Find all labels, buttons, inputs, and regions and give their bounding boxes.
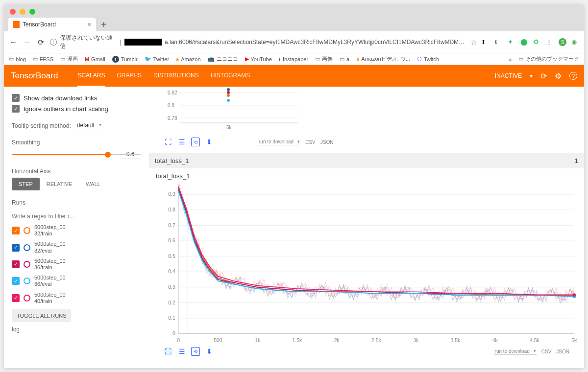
- bookmark-item[interactable]: 🐦Twitter: [145, 56, 169, 62]
- maximize-window[interactable]: [29, 9, 35, 15]
- toggle-all-runs-button[interactable]: TOGGLE ALL RUNS: [12, 309, 71, 322]
- tab-graphs[interactable]: GRAPHS: [117, 65, 142, 87]
- download-icon[interactable]: ⬇: [205, 347, 214, 356]
- main-panel: 0.82 0.8 0.78 5k: [149, 87, 584, 368]
- bookmark-item[interactable]: ▭漫画: [60, 55, 78, 63]
- bookmark-item[interactable]: ▭blog: [9, 56, 26, 62]
- status-dropdown-icon[interactable]: ▾: [530, 72, 533, 79]
- tab-distributions[interactable]: DISTRIBUTIONS: [153, 65, 199, 87]
- bookmark-item[interactable]: ▭FFSS: [33, 56, 53, 62]
- ext-icon-3[interactable]: S: [559, 38, 566, 46]
- smoothing-slider[interactable]: [12, 154, 111, 155]
- show-download-checkbox[interactable]: ✓: [12, 94, 20, 102]
- close-window[interactable]: [10, 9, 16, 15]
- ignore-outliers-label: Ignore outliers in chart scaling: [24, 105, 108, 113]
- address-bar[interactable]: i 保護されていない通信 | a.lan:6006/#scalars&runSe…: [50, 34, 466, 50]
- tab-scalars[interactable]: SCALARS: [77, 65, 105, 87]
- other-bookmarks[interactable]: ▭その他のブックマーク: [518, 55, 579, 63]
- json-link[interactable]: JSON: [320, 140, 334, 145]
- json-link[interactable]: JSON: [556, 349, 569, 354]
- run-checkbox[interactable]: ✓: [12, 227, 20, 234]
- axis-wall-button[interactable]: WALL: [79, 178, 107, 190]
- svg-text:2.5k: 2.5k: [371, 337, 382, 343]
- bookmark-item[interactable]: ▭画像: [315, 55, 333, 63]
- bookmark-item[interactable]: aAmazon: [176, 56, 200, 62]
- menu-icon[interactable]: ⋮: [546, 38, 554, 46]
- run-checkbox[interactable]: ✓: [12, 294, 20, 302]
- run-name: 5000step_0032/train: [34, 224, 66, 237]
- instapaper-ext-icon[interactable]: I: [482, 38, 490, 46]
- ext-icon-2[interactable]: ♻: [533, 38, 541, 46]
- forward-button[interactable]: →: [23, 38, 31, 46]
- bookmark-item[interactable]: MGmail: [85, 56, 105, 62]
- tensorboard-header: TensorBoard SCALARS GRAPHS DISTRIBUTIONS…: [4, 65, 584, 87]
- amazon-icon: a: [176, 56, 179, 62]
- reload-button[interactable]: ⟳: [36, 38, 45, 46]
- run-row: ✓ 5000step_0032/eval: [12, 239, 141, 256]
- tag-header[interactable]: total_loss_1 1: [149, 153, 584, 168]
- axis-relative-button[interactable]: RELATIVE: [40, 178, 79, 190]
- bookmark-star-icon[interactable]: ☆: [470, 38, 477, 47]
- svg-point-7: [227, 99, 230, 102]
- slider-thumb[interactable]: [105, 152, 111, 158]
- evernote-ext-icon[interactable]: ✦: [508, 38, 515, 46]
- download-icon[interactable]: ⬇: [205, 138, 214, 146]
- tensorboard-favicon: [13, 21, 20, 28]
- reset-zoom-icon[interactable]: ⟲: [191, 138, 200, 146]
- site-info-icon[interactable]: i: [50, 39, 57, 46]
- niconico-icon: 📺: [208, 56, 215, 62]
- run-download-select[interactable]: run to download: [494, 348, 537, 355]
- list-icon[interactable]: ☰: [177, 347, 186, 356]
- reset-zoom-icon[interactable]: ⟲: [191, 347, 200, 356]
- bookmark-item[interactable]: aAmazonビデオ: ウ...: [356, 55, 410, 63]
- extension-icons: I t ✦ ⬤ ♻ ⋮ S ◉: [482, 38, 579, 46]
- run-row: ✓ 5000step_0040/train: [12, 290, 141, 306]
- expand-icon[interactable]: ⛶: [164, 347, 172, 356]
- csv-link[interactable]: CSV: [305, 140, 316, 145]
- run-color-swatch: [24, 261, 30, 268]
- ignore-outliers-checkbox[interactable]: ✓: [12, 105, 20, 113]
- expand-icon[interactable]: ⛶: [164, 138, 172, 146]
- tumblr-ext-icon[interactable]: t: [495, 38, 503, 46]
- browser-tab[interactable]: TensorBoard ×: [8, 18, 96, 31]
- bookmark-item[interactable]: IInstapaper: [279, 56, 308, 62]
- new-tab-button[interactable]: +: [96, 19, 112, 30]
- back-button[interactable]: ←: [9, 38, 18, 46]
- bookmark-item[interactable]: tTumblr: [112, 56, 138, 63]
- ext-icon-1[interactable]: ⬤: [520, 38, 528, 46]
- minimize-window[interactable]: [20, 9, 25, 15]
- csv-link[interactable]: CSV: [541, 349, 552, 354]
- svg-text:0.2: 0.2: [168, 300, 175, 305]
- settings-gear-icon[interactable]: ⚙: [555, 71, 562, 81]
- svg-text:0.8: 0.8: [168, 207, 175, 212]
- runs-filter-input[interactable]: [12, 211, 85, 222]
- svg-text:4k: 4k: [492, 337, 498, 343]
- help-icon[interactable]: ?: [569, 72, 577, 80]
- svg-text:0.7: 0.7: [168, 222, 175, 228]
- bookmark-item[interactable]: ▭a: [340, 56, 349, 62]
- total-loss-chart[interactable]: 0.90.80.70.60.50.40.30.20.1005001k1.5k2k…: [156, 184, 577, 345]
- close-tab-icon[interactable]: ×: [87, 21, 91, 28]
- log-label: log: [12, 326, 141, 333]
- bookmark-item[interactable]: ⬡Twitch: [417, 56, 439, 62]
- run-download-select[interactable]: run to download: [258, 139, 300, 145]
- svg-point-4: [227, 88, 230, 91]
- refresh-icon[interactable]: ⟳: [540, 71, 547, 81]
- bookmarks-overflow[interactable]: »: [509, 56, 512, 62]
- run-name: 5000step_0032/eval: [34, 241, 66, 254]
- youtube-icon: ▶: [245, 56, 249, 62]
- run-checkbox[interactable]: ✓: [12, 277, 20, 285]
- run-checkbox[interactable]: ✓: [12, 260, 20, 268]
- bookmark-item[interactable]: ▶YouTube: [245, 56, 272, 62]
- ext-icon-4[interactable]: ◉: [571, 38, 579, 46]
- list-icon[interactable]: ☰: [177, 138, 186, 146]
- svg-text:0.5: 0.5: [168, 253, 175, 259]
- svg-text:0: 0: [177, 337, 180, 343]
- run-color-swatch: [24, 244, 30, 251]
- run-checkbox[interactable]: ✓: [12, 244, 20, 252]
- tooltip-sort-select[interactable]: default: [75, 121, 102, 130]
- horizontal-axis-label: Horizontal Axis: [12, 168, 141, 175]
- tab-histograms[interactable]: HISTOGRAMS: [211, 65, 250, 87]
- axis-step-button[interactable]: STEP: [12, 178, 40, 190]
- bookmark-item[interactable]: 📺ニコニコ: [208, 55, 238, 63]
